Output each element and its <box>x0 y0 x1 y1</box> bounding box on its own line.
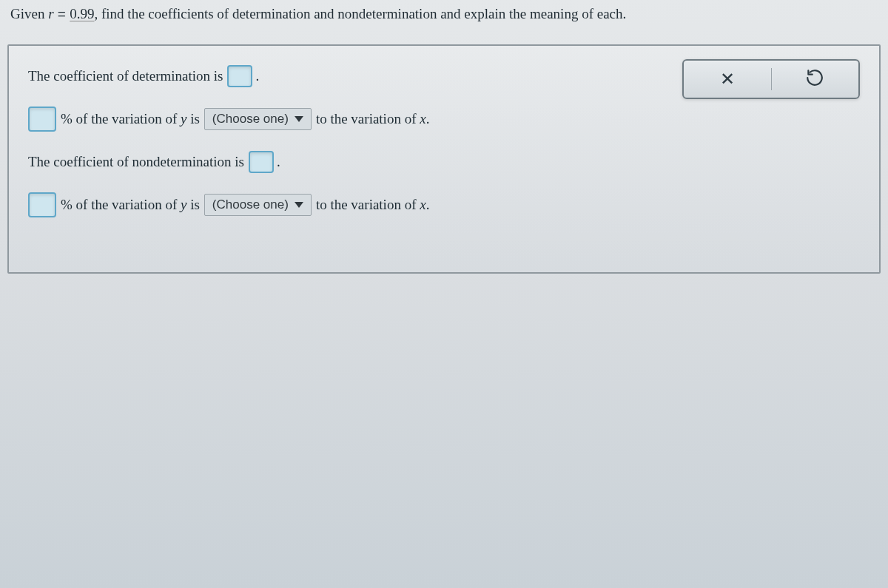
dropdown-label-1: (Choose one) <box>212 112 289 126</box>
dropdown-label-2: (Choose one) <box>212 197 289 212</box>
question-prompt: Given r = 0.99, find the coefficients of… <box>0 0 888 33</box>
reset-button[interactable] <box>772 61 859 98</box>
dropdown-nondetermination-relation[interactable]: (Choose one) <box>204 194 312 216</box>
text-to-variation-2: to the variation of x. <box>316 197 430 213</box>
input-nondetermination-percent[interactable] <box>28 192 56 217</box>
period-3: . <box>277 154 280 170</box>
text-to-var-1: to the variation of <box>316 111 420 126</box>
chevron-down-icon <box>295 202 303 208</box>
text-to-variation-1: to the variation of x. <box>316 111 430 127</box>
period-2: . <box>426 111 430 126</box>
text-is-2: is <box>186 197 199 212</box>
text-pct-a-inner: % of the variation of <box>61 111 181 126</box>
label-determination: The coefficient of determination is <box>28 68 223 84</box>
period-4: . <box>426 197 430 212</box>
r-value: 0.99 <box>70 6 94 21</box>
reset-icon <box>805 68 824 91</box>
input-determination-value[interactable] <box>227 65 252 87</box>
dropdown-determination-relation[interactable]: (Choose one) <box>204 108 312 130</box>
answer-panel: ✕ The coefficient of determination is . … <box>7 44 881 274</box>
text-pct-b: % of the variation of y is <box>61 197 200 213</box>
text-is-1: is <box>186 111 199 126</box>
line-nondetermination: The coefficient of nondetermination is . <box>28 151 860 173</box>
text-pct-a: % of the variation of y is <box>61 111 200 127</box>
chevron-down-icon <box>295 116 303 122</box>
period-1: . <box>255 68 259 84</box>
variable-x-2: x <box>420 197 426 212</box>
question-suffix: , find the coefficients of determination… <box>95 6 627 21</box>
x-icon: ✕ <box>720 69 735 89</box>
question-prefix: Given <box>10 6 48 21</box>
input-nondetermination-value[interactable] <box>249 151 274 173</box>
line-determination-explain: % of the variation of y is (Choose one) … <box>28 107 860 132</box>
page-root: Given r = 0.99, find the coefficients of… <box>0 0 888 588</box>
clear-button[interactable]: ✕ <box>684 61 771 98</box>
input-determination-percent[interactable] <box>28 107 56 132</box>
line-nondetermination-explain: % of the variation of y is (Choose one) … <box>28 192 860 217</box>
label-nondetermination: The coefficient of nondetermination is <box>28 154 244 170</box>
variable-x-1: x <box>420 111 426 126</box>
variable-r: r <box>48 6 53 21</box>
text-pct-b-inner: % of the variation of <box>61 197 181 212</box>
equals-sign: = <box>54 6 70 21</box>
answer-toolbar: ✕ <box>682 59 860 99</box>
text-to-var-2: to the variation of <box>316 197 420 212</box>
